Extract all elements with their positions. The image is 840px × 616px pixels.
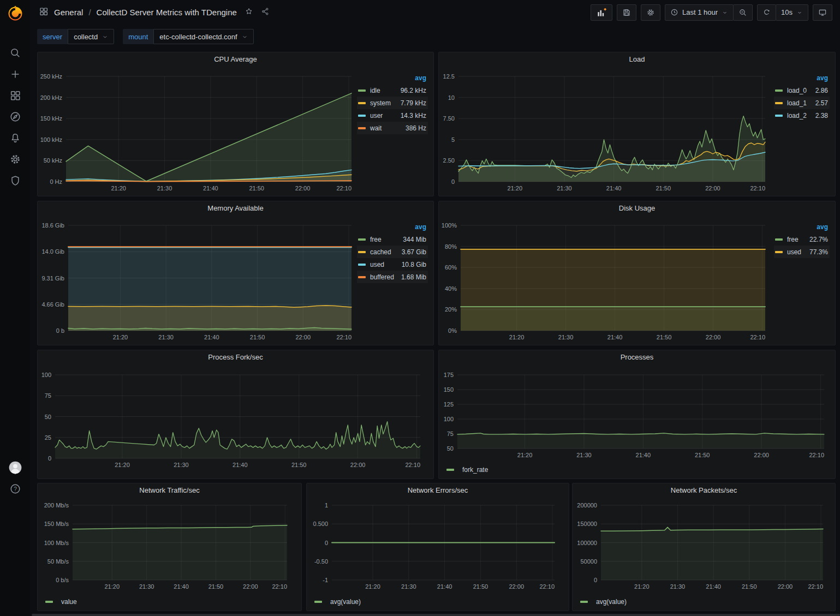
svg-text:22:00: 22:00: [509, 583, 524, 590]
sidebar-item-alerting[interactable]: [6, 132, 25, 144]
chart-canvas-disk-usage[interactable]: 0%20%40%60%80%100%21:2021:3021:4021:5022…: [439, 216, 774, 345]
svg-text:21:20: 21:20: [111, 185, 126, 192]
legend-item-free[interactable]: free22.7%: [774, 233, 830, 246]
legend-series-value: 7.79 kHz: [401, 99, 426, 107]
time-range-picker[interactable]: Last 1 hour: [665, 4, 734, 21]
svg-text:21:40: 21:40: [204, 334, 219, 340]
svg-text:21:20: 21:20: [509, 334, 525, 340]
share-icon: [261, 7, 270, 16]
panel-title[interactable]: Memory Available: [38, 201, 433, 216]
legend-item-wait[interactable]: wait386 Hz: [357, 122, 428, 134]
legend-item-avg(value)[interactable]: avg(value): [580, 598, 627, 606]
panel-title[interactable]: Process Fork/sec: [38, 350, 433, 364]
svg-text:21:30: 21:30: [576, 452, 592, 458]
chart-canvas-load[interactable]: 02.5057.501012.521:2021:3021:4021:5022:0…: [439, 67, 774, 196]
save-dashboard-button[interactable]: [617, 4, 636, 21]
cycle-view-mode-button[interactable]: [813, 4, 832, 21]
panel-network-errors: Network Errors/sec -1-0.5000.500121:2021…: [306, 483, 569, 611]
svg-text:22:00: 22:00: [778, 583, 793, 590]
variable-server-select[interactable]: collectd: [68, 29, 114, 44]
dashboard-settings-button[interactable]: [641, 4, 660, 21]
panel-title[interactable]: Disk Usage: [439, 201, 835, 216]
star-button[interactable]: [245, 7, 253, 18]
panel-process-fork: Process Fork/sec 025507510021:2021:3021:…: [37, 350, 434, 479]
svg-text:0: 0: [48, 455, 51, 462]
legend-item-buffered[interactable]: buffered1.68 Mib: [357, 271, 428, 283]
svg-text:22:00: 22:00: [754, 452, 769, 458]
panel-title[interactable]: Processes: [439, 350, 835, 364]
legend-swatch: [358, 238, 366, 241]
legend-series-name: avg(value): [330, 598, 361, 606]
legend-swatch: [314, 601, 322, 603]
chart-canvas-processes[interactable]: 507510012515017521:2021:3021:4021:5022:0…: [439, 364, 835, 464]
svg-text:75: 75: [45, 392, 51, 399]
svg-text:22:10: 22:10: [809, 452, 824, 458]
breadcrumb-folder[interactable]: General: [54, 8, 83, 17]
legend-memory-available: avgfree344 Mibcached3.67 Gibused10.8 Gib…: [357, 216, 433, 345]
panel-title[interactable]: Network Packets/sec: [573, 483, 835, 498]
chart-canvas-memory-available[interactable]: 0 b4.66 Gib9.31 Gib14.0 Gib18.6 Gib21:20…: [38, 216, 357, 345]
svg-text:150: 150: [444, 386, 454, 393]
legend-item-used[interactable]: used77.3%: [774, 246, 830, 258]
avatar: [8, 460, 22, 475]
sidebar-item-explore[interactable]: [6, 111, 25, 123]
svg-text:21:40: 21:40: [606, 185, 622, 192]
grafana-logo[interactable]: [5, 3, 25, 23]
refresh-button[interactable]: [757, 4, 776, 21]
sidebar-item-dashboards[interactable]: [6, 89, 25, 101]
svg-text:18.6 Gib: 18.6 Gib: [41, 222, 64, 229]
gear-icon: [9, 153, 21, 165]
legend-item-fork_rate[interactable]: fork_rate: [446, 466, 488, 474]
legend-item-user[interactable]: user14.3 kHz: [357, 109, 428, 122]
chart-canvas-network-traffic[interactable]: 0 b/s50 Mb/s100 Mb/s150 Mb/s200 Mb/s21:2…: [38, 498, 301, 596]
page-title[interactable]: CollectD Server Metrics with TDengine: [97, 8, 237, 17]
chart-canvas-network-errors[interactable]: -1-0.5000.500121:2021:3021:4021:5022:002…: [307, 498, 569, 596]
panel-title[interactable]: Network Traffic/sec: [38, 483, 301, 498]
panel-title[interactable]: CPU Average: [38, 52, 433, 67]
legend-item-cached[interactable]: cached3.67 Gib: [357, 246, 428, 258]
legend-series-value: 1.68 Mib: [401, 273, 426, 281]
zoom-out-time-button[interactable]: [733, 4, 753, 21]
sidebar-item-search[interactable]: [6, 47, 25, 59]
legend-item-idle[interactable]: idle96.2 kHz: [357, 84, 428, 97]
svg-text:0: 0: [594, 577, 597, 583]
sidebar-item-profile[interactable]: [6, 462, 25, 474]
legend-item-avg(value)[interactable]: avg(value): [314, 598, 361, 606]
legend-item-used[interactable]: used10.8 Gib: [357, 258, 428, 271]
sidebar-item-help[interactable]: ?: [6, 483, 25, 495]
legend-item-load_0[interactable]: load_02.86: [774, 84, 830, 97]
refresh-icon: [762, 8, 771, 16]
series-fill-fork: [55, 422, 420, 458]
svg-text:21:50: 21:50: [473, 583, 488, 590]
svg-text:50: 50: [45, 414, 51, 420]
svg-text:0 b: 0 b: [56, 327, 64, 334]
svg-text:10: 10: [448, 94, 455, 101]
svg-text:21:30: 21:30: [401, 583, 416, 590]
chart-canvas-cpu-average[interactable]: 0 Hz50 kHz100 kHz150 kHz200 kHz250 kHz21…: [38, 67, 357, 196]
legend-item-load_2[interactable]: load_22.38: [774, 109, 830, 122]
svg-text:40%: 40%: [445, 285, 457, 292]
horizontal-scrollbar[interactable]: [32, 614, 840, 616]
chart-canvas-process-fork[interactable]: 025507510021:2021:3021:4021:5022:0022:10: [38, 364, 433, 479]
svg-text:75: 75: [447, 430, 454, 437]
add-panel-button[interactable]: [591, 4, 612, 21]
panel-title[interactable]: Load: [439, 52, 835, 67]
legend-series-name: free: [787, 236, 799, 243]
panel-title[interactable]: Network Errors/sec: [307, 483, 569, 498]
svg-text:22:00: 22:00: [705, 185, 720, 192]
share-button[interactable]: [261, 7, 270, 18]
sidebar-item-server-admin[interactable]: [6, 175, 25, 187]
sidebar-item-configuration[interactable]: [6, 153, 25, 165]
svg-text:250 kHz: 250 kHz: [40, 73, 62, 80]
sidebar-item-create[interactable]: [6, 68, 25, 80]
legend-item-load_1[interactable]: load_12.57: [774, 97, 830, 109]
zoom-out-icon: [738, 8, 747, 17]
variable-mount-select[interactable]: etc-collectd-collectd.conf: [153, 29, 253, 44]
legend-item-system[interactable]: system7.79 kHz: [357, 97, 428, 109]
legend-item-free[interactable]: free344 Mib: [357, 233, 428, 246]
svg-text:22:10: 22:10: [405, 462, 420, 468]
legend-item-value[interactable]: value: [45, 598, 77, 606]
legend-load: avgload_02.86load_12.57load_22.38: [774, 67, 835, 196]
chart-canvas-network-packets[interactable]: 05000010000015000020000021:2021:3021:402…: [573, 498, 835, 596]
refresh-interval-picker[interactable]: 10s: [776, 4, 808, 21]
